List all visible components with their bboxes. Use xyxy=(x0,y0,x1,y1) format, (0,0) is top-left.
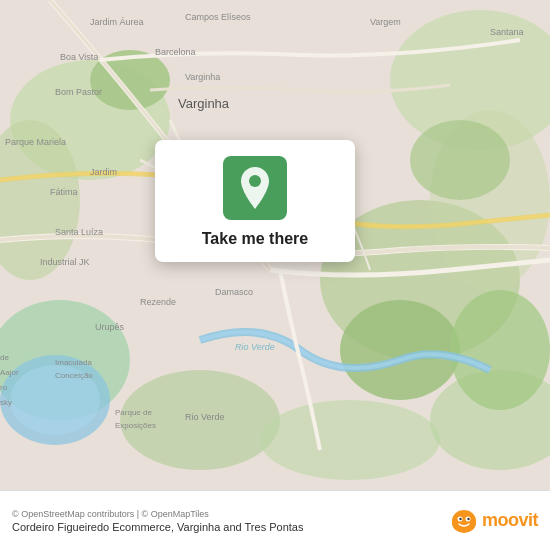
take-me-there-button[interactable]: Take me there xyxy=(202,230,308,248)
location-pin-icon xyxy=(223,156,287,220)
svg-point-49 xyxy=(467,517,469,519)
moovit-logo: moovit xyxy=(450,507,538,535)
svg-text:Damasco: Damasco xyxy=(215,287,253,297)
svg-text:Santa Luíza: Santa Luíza xyxy=(55,227,103,237)
svg-point-43 xyxy=(249,175,261,187)
destination-title: Cordeiro Figueiredo Ecommerce, Varginha … xyxy=(12,521,450,533)
svg-point-12 xyxy=(340,300,460,400)
svg-text:Bom Pastor: Bom Pastor xyxy=(55,87,102,97)
svg-text:sky: sky xyxy=(0,398,12,407)
svg-text:Rio Verde: Rio Verde xyxy=(235,342,275,352)
bottom-content: © OpenStreetMap contributors | © OpenMap… xyxy=(12,509,450,533)
svg-point-6 xyxy=(260,400,440,480)
svg-text:Boa Vista: Boa Vista xyxy=(60,52,98,62)
svg-text:Vargem: Vargem xyxy=(370,17,401,27)
svg-point-13 xyxy=(450,290,550,410)
take-me-there-card: Take me there xyxy=(155,140,355,262)
svg-text:Parque de: Parque de xyxy=(115,408,152,417)
svg-text:Exposições: Exposições xyxy=(115,421,156,430)
svg-text:Campos Elíseos: Campos Elíseos xyxy=(185,12,251,22)
svg-text:Jardim: Jardim xyxy=(90,167,117,177)
attribution-text: © OpenStreetMap contributors | © OpenMap… xyxy=(12,509,450,519)
svg-text:Barcelona: Barcelona xyxy=(155,47,196,57)
svg-point-11 xyxy=(410,120,510,200)
svg-text:Fátima: Fátima xyxy=(50,187,78,197)
svg-text:Santana: Santana xyxy=(490,27,524,37)
svg-text:Parque Mariela: Parque Mariela xyxy=(5,137,66,147)
svg-text:Industrial JK: Industrial JK xyxy=(40,257,90,267)
svg-text:Conceição: Conceição xyxy=(55,371,93,380)
svg-text:Jardim Áurea: Jardim Áurea xyxy=(90,17,144,27)
svg-point-45 xyxy=(452,510,476,532)
svg-text:Urupês: Urupês xyxy=(95,322,125,332)
svg-text:Varginha: Varginha xyxy=(178,96,230,111)
moovit-brand-text: moovit xyxy=(482,510,538,531)
svg-text:de: de xyxy=(0,353,9,362)
svg-text:Rio Verde: Rio Verde xyxy=(185,412,225,422)
svg-point-48 xyxy=(459,517,461,519)
svg-text:Varginha: Varginha xyxy=(185,72,220,82)
svg-text:Imaculada: Imaculada xyxy=(55,358,92,367)
moovit-face-icon xyxy=(450,507,478,535)
bottom-bar: © OpenStreetMap contributors | © OpenMap… xyxy=(0,490,550,550)
svg-text:ro: ro xyxy=(0,383,8,392)
svg-text:Aajor: Aajor xyxy=(0,368,19,377)
svg-text:Rezende: Rezende xyxy=(140,297,176,307)
